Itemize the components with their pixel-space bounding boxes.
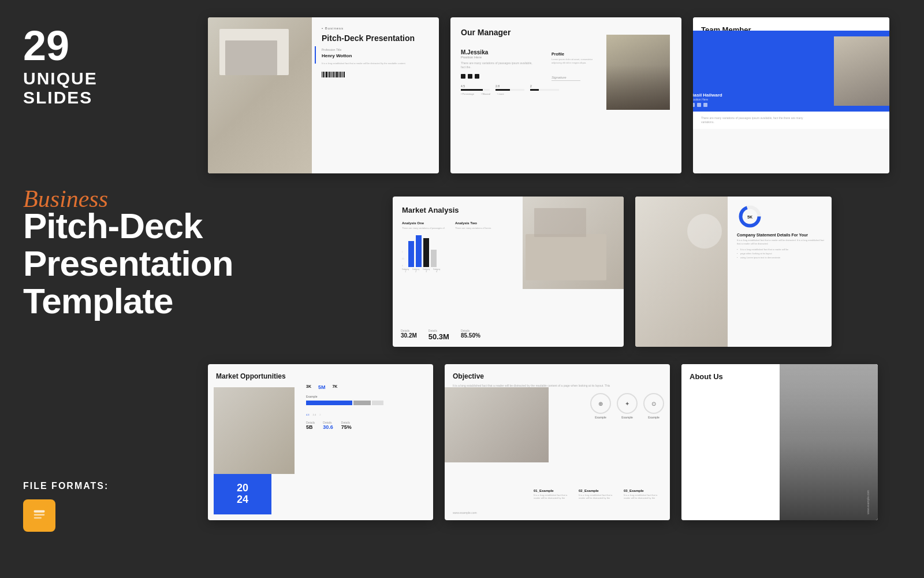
team-facebook-icon: [697, 103, 701, 107]
opp-stats-row: Details 5B Details 30.6 Details 75%: [306, 421, 427, 430]
bullet-2: page when looking at its layout: [737, 252, 827, 255]
team-member-photo: [834, 36, 889, 106]
bar-val-3: 2: [319, 413, 321, 416]
opp-numbers-row: 3K 5M 7K: [306, 384, 427, 390]
team-footer: There are many variations of passages ip…: [693, 112, 889, 129]
svg-rect-3: [34, 517, 42, 519]
objective-bottom-content: Objective It is a long established fact …: [445, 364, 670, 520]
slide-market-analysis[interactable]: Market Analysis Analysis One There are m…: [393, 197, 624, 347]
search-icon: ⊙: [651, 401, 656, 407]
icon-label-3: Example: [648, 416, 659, 419]
pitch-description: It is a long established fact that a rea…: [322, 62, 432, 65]
bar-label-1: • Percentage: [461, 92, 474, 95]
slide-manager[interactable]: Our Manager M.Jessika Position Here Ther…: [450, 17, 681, 173]
opp-progress-bar: [306, 401, 427, 405]
slide-opportunities[interactable]: Market Opportunities 2024 3K 5M 7K Examp…: [208, 364, 433, 520]
opp-stat-1: Details 5B: [306, 421, 315, 430]
slides-label: UNIQUESLIDES: [23, 69, 185, 107]
bar-label-3: • more: [497, 92, 504, 95]
manager-name: M.Jessika: [461, 49, 559, 55]
team-member-role: Position Here: [693, 98, 722, 101]
team-member-info: Basil Hailward Position Here: [693, 92, 722, 107]
bar-label-2: • Musical: [481, 92, 490, 95]
opp-bar-gray: [353, 401, 371, 405]
market-chart-1: 1 0.5 0: [402, 232, 448, 267]
chart-bar-2: [416, 235, 422, 267]
manager-desc: There are many variations of passages ip…: [461, 61, 536, 69]
unique-slides-block: 29 UNIQUESLIDES: [23, 23, 185, 107]
icon-item-2: ✦ Example: [617, 393, 638, 419]
title-line2: Presentation: [23, 243, 233, 283]
about-content: About Us www.example.com: [681, 364, 878, 520]
icon-label-1: Example: [595, 416, 606, 419]
about-photo: [780, 364, 878, 520]
manager-content: Our Manager M.Jessika Position Here Ther…: [450, 17, 681, 173]
title-line3: Template: [23, 281, 173, 321]
circle-icon-2: ✦: [617, 393, 638, 414]
objective-photo: [635, 197, 728, 347]
bar-more: 2: [530, 84, 559, 91]
opp-bar-blue: [306, 401, 352, 405]
facebook-icon: [468, 74, 472, 79]
example-col-2: 02_Example It is a long established fact…: [579, 489, 619, 500]
svg-rect-2: [34, 514, 45, 516]
objective-bullets: It is a long established fact that a rea…: [737, 248, 827, 259]
opp-num-1: 3K: [306, 384, 311, 390]
left-panel: 29 UNIQUESLIDES: [23, 23, 185, 107]
opp-example-label: Example: [306, 395, 427, 398]
market-col-1: Analysis One There are many variations o…: [402, 221, 448, 273]
market-col-2: Analysis Two There are many variations o…: [455, 221, 501, 273]
slide-objective-bottom[interactable]: Objective It is a long established fact …: [445, 364, 670, 520]
company-desc: It is a long established fact that a rea…: [737, 239, 827, 246]
slide-objective-right[interactable]: Objective 5K Company Statement Details F…: [635, 197, 832, 347]
bar-val-2: 2.4: [313, 413, 316, 416]
example-col-1: 01_Example It is a long established fact…: [534, 489, 574, 500]
donut-label: 5K: [747, 214, 752, 218]
opp-stat-3: Details 75%: [341, 421, 352, 430]
bar-percentage: 4.5: [461, 84, 490, 91]
market-stats: Details 30.2M Details 50.3M Details 85.5…: [401, 329, 480, 341]
team-social-icons: [693, 103, 722, 107]
slide-pitch-deck[interactable]: • Business Pitch-Deck Presentation Profe…: [208, 17, 439, 173]
title-main: Pitch-Deck Presentation Template: [23, 207, 219, 320]
opp-stat-2: Details 30.6: [323, 421, 333, 430]
market-photo: [523, 197, 624, 289]
bullet-3: using Lorem ipsum text to demonstrate: [737, 256, 827, 259]
pitch-right-content: • Business Pitch-Deck Presentation Profe…: [315, 17, 439, 173]
objective-right-content: 5K Company Statement Details For Your It…: [732, 197, 832, 347]
slide-team[interactable]: Team Member Basil Hailward Position Here…: [693, 17, 889, 173]
pitch-category: • Business: [322, 27, 432, 30]
star-icon: ✦: [625, 401, 629, 407]
opportunities-title: Market Opportunities: [216, 372, 425, 380]
objective-examples: 01_Example It is a long established fact…: [534, 489, 664, 500]
donut-chart: 5K: [737, 203, 763, 229]
pitch-title: Pitch-Deck Presentation: [322, 34, 432, 43]
year-box: 2024: [214, 474, 271, 514]
linkedin-icon: [475, 74, 479, 79]
example-col-3: 03_Example It is a long established fact…: [624, 489, 664, 500]
manager-role: Position Here: [461, 55, 559, 59]
objective-bottom-photo: [445, 387, 549, 462]
circle-icon-1: ⊕: [590, 393, 611, 414]
objective-content: Objective 5K Company Statement Details F…: [635, 197, 832, 347]
pitch-person-name: Henry Wotton: [322, 53, 432, 58]
google-slides-icon: [23, 499, 55, 532]
manager-bar-labels: • Percentage • Musical • more: [461, 92, 559, 95]
slide-about-us[interactable]: About Us www.example.com: [681, 364, 878, 520]
bar-val-1: 4.3: [306, 413, 310, 416]
slides-number: 29: [23, 23, 185, 69]
stat-2: Details 50.3M: [429, 329, 449, 341]
chart-labels: Category 1 Category 2 Category 3 Categor…: [402, 268, 448, 273]
about-website: www.example.com: [866, 490, 870, 514]
team-desc: There are many variations of passages ip…: [701, 116, 805, 124]
photo-overlay: [780, 364, 878, 442]
slides-area: • Business Pitch-Deck Presentation Profe…: [208, 17, 924, 561]
svg-rect-1: [34, 510, 45, 513]
objective-bottom-title: Objective: [453, 372, 662, 380]
opp-num-3: 7K: [332, 384, 337, 390]
icon-label-2: Example: [621, 416, 632, 419]
twitter-icon: [461, 74, 465, 79]
chart-bar-1: [408, 241, 414, 267]
file-formats-label: FILE FORMATS:: [23, 481, 109, 491]
manager-profile-section: Profile Lorem ipsum dolor sit amet, cons…: [552, 52, 598, 81]
